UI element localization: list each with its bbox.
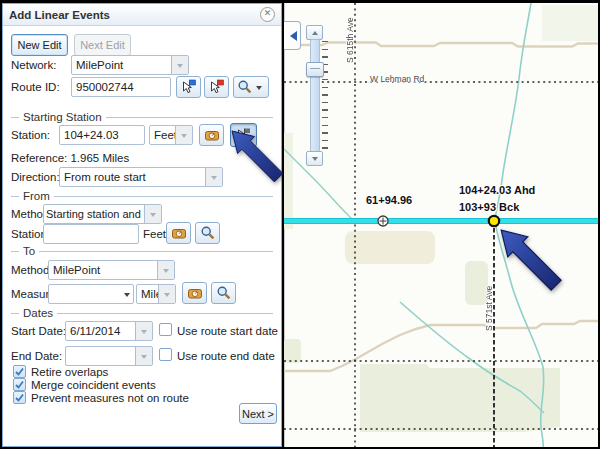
green-area: [284, 133, 293, 229]
search-icon: [237, 79, 253, 95]
use-route-end-date-label: Use route end date: [177, 350, 275, 362]
network-label: Network:: [11, 59, 56, 71]
close-icon[interactable]: ✕: [260, 7, 275, 22]
start-date-label: Start Date:: [11, 325, 66, 337]
from-measure-tool-button[interactable]: [166, 222, 191, 244]
odometer-icon: [187, 285, 203, 301]
chevron-down-icon[interactable]: [121, 285, 133, 303]
reference-text: Reference: 1.965 Miles: [11, 152, 129, 164]
zoom-slider-ticks: [322, 41, 328, 149]
from-search-button[interactable]: [195, 222, 220, 244]
panel-collapse-button[interactable]: [284, 21, 301, 50]
end-date-label: End Date:: [11, 350, 62, 362]
merge-coincident-label: Merge coincident events: [31, 379, 156, 391]
panel-titlebar: Add Linear Events ✕: [3, 4, 281, 26]
use-route-start-date-label: Use route start date: [177, 325, 278, 337]
direction-select[interactable]: From route start: [59, 167, 223, 187]
add-linear-events-panel: Add Linear Events ✕ New Edit Next Edit N…: [2, 3, 282, 447]
next-button[interactable]: Next >: [239, 403, 277, 424]
annotation-arrow-station-picker: [231, 130, 287, 186]
cursor-red-flag-icon: [209, 79, 225, 95]
chevron-down-icon: [158, 285, 175, 303]
use-route-start-date-checkbox[interactable]: [159, 323, 172, 336]
measure-input-combo[interactable]: [48, 284, 134, 304]
zoom-in-button[interactable]: [306, 25, 323, 40]
chevron-down-icon[interactable]: [157, 261, 174, 279]
from-unit-label: Feet: [143, 228, 166, 240]
route-id-label: Route ID:: [11, 81, 60, 93]
to-method-select[interactable]: MilePoint: [48, 260, 175, 280]
measure-tool-button[interactable]: [182, 282, 207, 304]
start-date-picker[interactable]: 6/11/2014: [65, 321, 153, 341]
map-canvas[interactable]: 61+94.96 104+24.03 Ahd 103+93 Bck W Lehm…: [284, 3, 598, 447]
station-reference-symbol: [378, 216, 388, 226]
annotation-arrow-marker: [500, 229, 566, 295]
measure-unit-select[interactable]: Miles: [136, 284, 176, 304]
app-window: Add Linear Events ✕ New Edit Next Edit N…: [0, 0, 600, 449]
retire-overlaps-checkbox[interactable]: [13, 365, 26, 378]
chevron-down-icon[interactable]: [205, 168, 222, 186]
search-icon: [216, 285, 232, 301]
starting-station-fieldset: Starting Station: [11, 111, 273, 123]
station-label-back: 103+93 Bck: [459, 201, 519, 213]
chevron-down-icon[interactable]: [135, 347, 152, 365]
chevron-down-icon[interactable]: [144, 205, 161, 223]
zoom-slider-track[interactable]: [310, 39, 320, 152]
zoom-slider[interactable]: [304, 25, 330, 169]
from-method-select[interactable]: Starting station and offset: [43, 204, 162, 224]
retire-overlaps-label: Retire overlaps: [31, 366, 108, 378]
station-label: Station:: [11, 129, 50, 141]
panel-title: Add Linear Events: [9, 9, 260, 21]
road-label-lehman: W Lehman Rd: [370, 74, 424, 84]
station-label-left: 61+94.96: [366, 194, 412, 206]
road-tan-bottom: [284, 321, 598, 371]
to-fieldset: To: [11, 245, 273, 257]
odometer-icon: [171, 225, 187, 241]
odometer-icon: [204, 127, 220, 143]
network-value: MilePoint: [72, 56, 171, 74]
map-linework: [284, 3, 598, 447]
chevron-down-icon: [175, 126, 192, 144]
check-icon: [14, 366, 25, 377]
from-station-input[interactable]: [43, 224, 139, 244]
dates-fieldset: Dates: [11, 307, 273, 319]
next-edit-button[interactable]: Next Edit: [74, 34, 131, 56]
select-route-on-map-button[interactable]: [176, 76, 201, 98]
green-area: [284, 339, 301, 363]
use-route-end-date-checkbox[interactable]: [159, 348, 172, 361]
chevron-down-icon[interactable]: [135, 322, 152, 340]
check-icon: [14, 379, 25, 390]
field-patch: [345, 231, 435, 264]
search-icon: [200, 225, 216, 241]
route-search-menu-button[interactable]: [233, 76, 269, 98]
measure-search-button[interactable]: [211, 282, 236, 304]
snapped-station-marker[interactable]: [489, 216, 499, 226]
green-area: [542, 5, 598, 41]
prevent-measures-label: Prevent measures not on route: [31, 392, 189, 404]
end-date-picker[interactable]: [65, 346, 153, 366]
new-edit-button[interactable]: New Edit: [11, 34, 68, 56]
road-label-615th: S 615th Ave: [345, 3, 355, 63]
station-unit-select[interactable]: Feet: [149, 125, 193, 145]
to-method-label: Method:: [11, 264, 53, 276]
zoom-out-button[interactable]: [306, 151, 323, 166]
station-input[interactable]: [59, 125, 145, 145]
clear-route-selection-button[interactable]: [204, 76, 229, 98]
prevent-measures-checkbox[interactable]: [13, 391, 26, 404]
from-fieldset: From: [11, 190, 273, 202]
green-area: [360, 364, 560, 432]
direction-label: Direction:: [11, 171, 60, 183]
chevron-down-icon[interactable]: [171, 56, 188, 74]
road-tan-top: [284, 43, 598, 47]
zoom-slider-handle[interactable]: [306, 62, 324, 77]
route-id-input[interactable]: [71, 77, 171, 97]
chevron-down-icon: [253, 82, 265, 93]
check-icon: [14, 392, 25, 403]
road-label-571st: S 571st Ave: [484, 259, 494, 331]
station-measure-tool-button[interactable]: [199, 124, 224, 146]
network-select[interactable]: MilePoint: [71, 55, 189, 75]
merge-coincident-checkbox[interactable]: [13, 378, 26, 391]
cursor-blue-flag-icon: [181, 79, 197, 95]
station-label-ahead: 104+24.03 Ahd: [459, 184, 535, 196]
